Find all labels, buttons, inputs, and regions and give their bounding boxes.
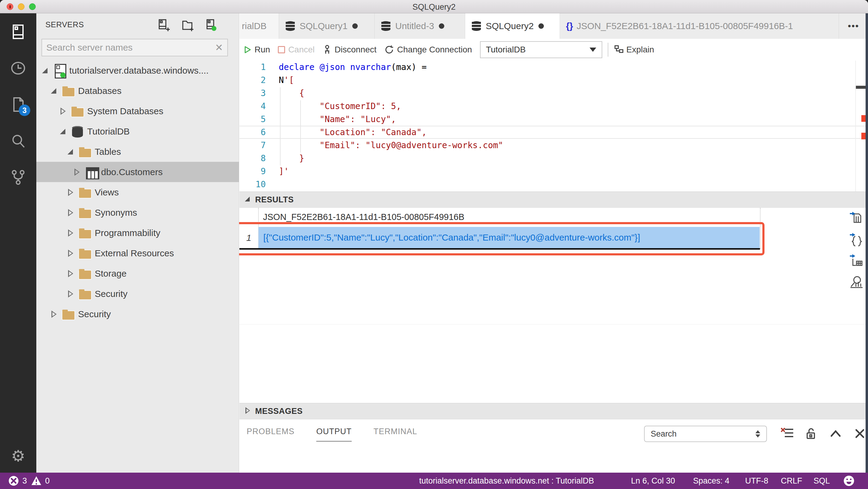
tab-terminal[interactable]: TERMINAL (373, 427, 417, 442)
errors-status[interactable]: 3 (8, 476, 27, 486)
tree-item-security-db[interactable]: Security (36, 284, 239, 304)
maximize-panel-icon[interactable] (829, 427, 842, 440)
change-connection-button[interactable]: Change Connection (384, 45, 472, 55)
twisty-expanded-icon[interactable] (243, 195, 255, 204)
twisty-collapsed-icon[interactable] (67, 208, 79, 217)
database-file-icon (381, 20, 391, 32)
tab-sqlquery2[interactable]: SQLQuery2 (465, 13, 560, 39)
code-line[interactable]: 10 (239, 178, 868, 191)
open-editors-icon[interactable]: 3 (10, 96, 27, 113)
tab-partial-rialdb[interactable]: rialDB (239, 13, 279, 39)
app-window: SQLQuery2 3 (0, 0, 868, 489)
result-cell-json-link[interactable]: [{"CustomerID":5,"Name":"Lucy","Location… (258, 227, 760, 248)
view-as-chart-icon[interactable] (849, 275, 864, 289)
language-mode-status[interactable]: SQL (813, 472, 830, 489)
twisty-collapsed-icon[interactable] (243, 407, 255, 416)
close-panel-icon[interactable] (853, 427, 867, 440)
servers-icon[interactable] (10, 23, 27, 40)
save-as-excel-icon[interactable] (849, 253, 864, 268)
tree-item-security-server[interactable]: Security (36, 304, 239, 324)
twisty-expanded-icon[interactable] (59, 127, 71, 136)
database-dropdown[interactable]: TutorialDB (480, 41, 602, 58)
source-control-icon[interactable] (10, 169, 27, 186)
messages-section-header[interactable]: MESSAGES (239, 403, 868, 419)
twisty-collapsed-icon[interactable] (73, 168, 85, 177)
output-channel-select[interactable]: Search (644, 426, 767, 442)
twisty-collapsed-icon[interactable] (67, 249, 79, 258)
code-line[interactable]: 5 "Name": "Lucy", (239, 113, 868, 126)
tree-item-programmability[interactable]: Programmability (36, 223, 239, 243)
cursor-position-status[interactable]: Ln 6, Col 30 (631, 472, 675, 489)
grid-column-border[interactable] (760, 208, 761, 249)
more-tabs-button[interactable]: ••• (839, 13, 868, 39)
line-number: 8 (239, 153, 266, 163)
tab-untitled-3[interactable]: Untitled-3 (375, 13, 465, 39)
save-as-csv-icon[interactable] (849, 211, 864, 225)
task-history-icon[interactable] (10, 60, 27, 77)
dirty-dot-icon[interactable] (352, 23, 358, 29)
tree-item-views[interactable]: Views (36, 182, 239, 202)
feedback-smiley-icon[interactable] (843, 472, 855, 489)
title-bar[interactable]: SQLQuery2 (0, 0, 868, 13)
eol-status[interactable]: CRLF (781, 472, 802, 489)
twisty-collapsed-icon[interactable] (50, 310, 62, 319)
clear-output-icon[interactable] (780, 427, 794, 440)
disconnect-button[interactable]: Disconnect (322, 45, 377, 55)
explain-button[interactable]: Explain (614, 45, 654, 55)
code-line[interactable]: 4 "CustomerID": 5, (239, 100, 868, 113)
new-connection-icon[interactable] (158, 19, 170, 31)
sql-editor[interactable]: 1 declare @json nvarchar(max) = 2 N'[ 3 … (239, 61, 868, 192)
twisty-collapsed-icon[interactable] (59, 107, 71, 116)
active-connections-icon[interactable] (205, 19, 218, 31)
code-line[interactable]: 3 { (239, 87, 868, 100)
indentation-status[interactable]: Spaces: 4 (693, 472, 730, 489)
code-line[interactable]: 1 declare @json nvarchar(max) = (239, 61, 868, 74)
results-column-header[interactable]: JSON_F52E2B61-18A1-11d1-B105-00805F49916… (263, 212, 464, 222)
twisty-expanded-icon[interactable] (50, 86, 62, 95)
code-line[interactable]: 9 ]' (239, 165, 868, 178)
cancel-button[interactable]: Cancel (278, 45, 314, 55)
connection-status[interactable]: tutorialserver.database.windows.net : Tu… (419, 472, 594, 489)
code-line[interactable]: 8 } (239, 152, 868, 165)
twisty-collapsed-icon[interactable] (67, 188, 79, 197)
run-button[interactable]: Run (244, 45, 270, 55)
twisty-expanded-icon[interactable] (41, 66, 53, 75)
warnings-status[interactable]: 0 (31, 476, 50, 486)
line-number: 2 (239, 75, 266, 85)
server-search-input[interactable] (46, 40, 210, 55)
lock-scrolling-icon[interactable] (805, 427, 818, 440)
tree-item-tutorialdb[interactable]: TutorialDB (36, 121, 239, 142)
encoding-status[interactable]: UTF-8 (745, 472, 768, 489)
dirty-dot-icon[interactable] (538, 23, 544, 29)
row-number[interactable]: 1 (239, 227, 258, 249)
tree-item-system-databases[interactable]: System Databases (36, 101, 239, 121)
tree-item-synonyms[interactable]: Synonyms (36, 202, 239, 223)
settings-gear-icon[interactable]: ⚙ (10, 448, 27, 464)
twisty-collapsed-icon[interactable] (67, 228, 79, 237)
tree-item-databases[interactable]: Databases (36, 81, 239, 101)
tree-item-external-resources[interactable]: External Resources (36, 243, 239, 263)
line-number: 9 (239, 166, 266, 176)
tree-item-tables[interactable]: Tables (36, 142, 239, 162)
twisty-collapsed-icon[interactable] (67, 289, 79, 298)
tab-output[interactable]: OUTPUT (316, 427, 352, 442)
search-icon[interactable] (10, 133, 27, 149)
tab-problems[interactable]: PROBLEMS (247, 427, 294, 442)
dirty-dot-icon[interactable] (439, 23, 444, 29)
line-number: 3 (239, 88, 266, 98)
new-server-group-icon[interactable] (181, 19, 194, 31)
tab-json-results[interactable]: {} JSON_F52E2B61-18A1-11d1-B105-00805F49… (560, 13, 839, 39)
tree-item-server[interactable]: tutorialserver.database.windows.... (36, 60, 239, 81)
tree-item-storage[interactable]: Storage (36, 263, 239, 284)
save-as-json-icon[interactable] (849, 232, 864, 247)
code-line[interactable]: 7 "Email": "lucy0@adventure-works.com" (239, 139, 868, 152)
clear-search-icon[interactable]: ✕ (215, 42, 223, 53)
code-line[interactable]: 2 N'[ (239, 74, 868, 87)
results-section-header[interactable]: RESULTS (239, 192, 868, 208)
twisty-collapsed-icon[interactable] (67, 269, 79, 278)
code-line-current[interactable]: 6 "Location": "Canada", (239, 126, 868, 139)
tab-sqlquery1[interactable]: SQLQuery1 (279, 13, 375, 39)
selected-row-underline (239, 248, 760, 250)
tree-item-dbo-customers[interactable]: dbo.Customers (36, 162, 239, 182)
twisty-expanded-icon[interactable] (67, 147, 79, 156)
